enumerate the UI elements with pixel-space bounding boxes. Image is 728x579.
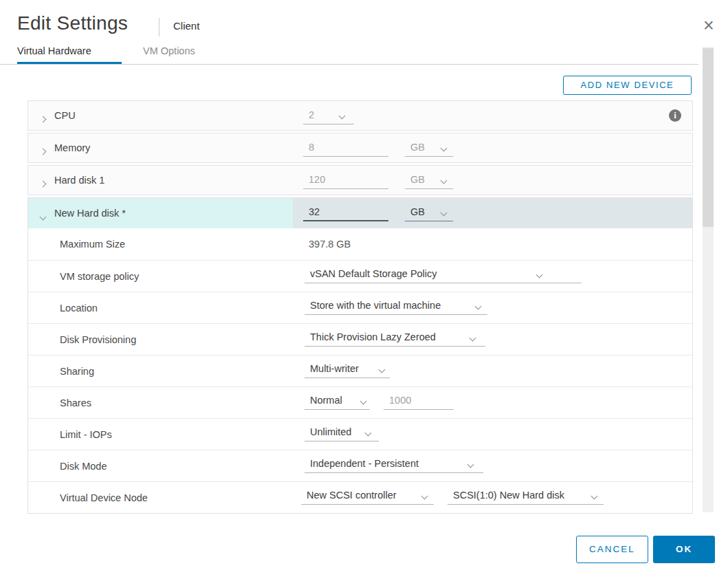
device-row-cpu[interactable]: CPU 2 i — [27, 100, 693, 131]
shares-count-input[interactable]: 1000 — [384, 393, 454, 410]
scsi-node-select[interactable]: SCSI(1:0) New Hard disk — [448, 488, 604, 505]
device-label: Hard disk 1 — [54, 175, 104, 186]
hard-disk-1-size-input[interactable]: 120 — [303, 173, 388, 189]
virtual-hardware-table: CPU 2 i Memory 8 GB Hard disk 1 120 — [27, 100, 693, 514]
hard-disk-1-unit-select[interactable]: GB — [405, 173, 453, 189]
scrollbar-track[interactable] — [703, 47, 714, 512]
location-select[interactable]: Store with the virtual machine — [305, 298, 487, 315]
device-label: CPU — [54, 110, 76, 121]
memory-unit-select[interactable]: GB — [405, 140, 453, 157]
tab-virtual-hardware[interactable]: Virtual Hardware — [17, 45, 91, 56]
setting-row-shares: Shares Normal 1000 — [28, 386, 692, 418]
chevron-right-icon[interactable] — [41, 112, 45, 124]
setting-row-vm-storage-policy: VM storage policy vSAN Default Storage P… — [28, 260, 692, 292]
chevron-down-icon — [467, 461, 474, 468]
device-label: Memory — [54, 142, 90, 153]
chevron-down-icon — [421, 493, 428, 500]
chevron-down-icon — [441, 177, 448, 184]
chevron-down-icon — [360, 398, 367, 405]
tabs-divider — [0, 64, 698, 65]
setting-row-location: Location Store with the virtual machine — [28, 292, 692, 323]
info-icon[interactable]: i — [669, 109, 681, 122]
maximum-size-value: 397.8 GB — [309, 239, 351, 250]
chevron-down-icon[interactable] — [41, 210, 45, 222]
chevron-down-icon — [591, 493, 598, 500]
close-icon[interactable]: × — [698, 15, 719, 36]
chevron-down-icon — [441, 145, 448, 152]
disk-provisioning-select[interactable]: Thick Provision Lazy Zeroed — [305, 330, 485, 347]
edit-settings-dialog: Edit Settings Client × Virtual Hardware … — [0, 0, 728, 579]
title-divider — [159, 18, 159, 36]
chevron-down-icon — [475, 303, 482, 310]
setting-row-sharing: Sharing Multi-writer — [28, 355, 692, 386]
vm-storage-policy-select[interactable]: vSAN Default Storage Policy — [305, 267, 582, 283]
chevron-down-icon — [365, 430, 372, 437]
limit-iops-select[interactable]: Unlimited — [305, 425, 379, 441]
setting-row-limit-iops: Limit - IOPs Unlimited — [28, 418, 692, 450]
chevron-down-icon — [536, 272, 543, 278]
chevron-down-icon — [441, 210, 448, 217]
cancel-button[interactable]: CANCEL — [576, 536, 648, 563]
add-new-device-button[interactable]: ADD NEW DEVICE — [563, 76, 692, 95]
device-row-memory[interactable]: Memory 8 GB — [27, 133, 693, 163]
device-row-hard-disk-1[interactable]: Hard disk 1 120 GB — [27, 165, 693, 195]
scrollbar-thumb[interactable] — [703, 48, 714, 227]
sharing-select[interactable]: Multi-writer — [305, 362, 390, 378]
scsi-controller-select[interactable]: New SCSI controller — [301, 488, 434, 505]
chevron-down-icon — [339, 113, 346, 120]
dialog-title: Edit Settings — [17, 12, 128, 34]
disk-mode-select[interactable]: Independent - Persistent — [305, 457, 483, 473]
setting-row-disk-mode: Disk Mode Independent - Persistent — [28, 450, 692, 481]
setting-row-disk-provisioning: Disk Provisioning Thick Provision Lazy Z… — [28, 323, 692, 355]
cpu-count-select[interactable]: 2 — [303, 108, 354, 124]
chevron-right-icon[interactable] — [41, 177, 45, 189]
device-label: New Hard disk * — [54, 208, 126, 219]
dialog-context-label: Client — [173, 20, 199, 32]
memory-size-input[interactable]: 8 — [303, 140, 388, 157]
setting-row-maximum-size: Maximum Size 397.8 GB — [28, 228, 692, 260]
shares-level-select[interactable]: Normal — [305, 393, 370, 410]
chevron-right-icon[interactable] — [41, 144, 45, 157]
new-hard-disk-unit-select[interactable]: GB — [405, 205, 453, 221]
new-hard-disk-size-input[interactable]: 32 — [303, 205, 388, 221]
setting-row-virtual-device-node: Virtual Device Node New SCSI controller … — [28, 481, 692, 513]
device-row-new-hard-disk[interactable]: New Hard disk * 32 GB — [28, 198, 692, 228]
chevron-down-icon — [379, 367, 386, 373]
ok-button[interactable]: OK — [653, 536, 715, 563]
device-block-new-hard-disk: New Hard disk * 32 GB Maximum Size 397.8… — [27, 197, 693, 514]
tab-vm-options[interactable]: VM Options — [143, 45, 195, 56]
chevron-down-icon — [470, 335, 476, 342]
